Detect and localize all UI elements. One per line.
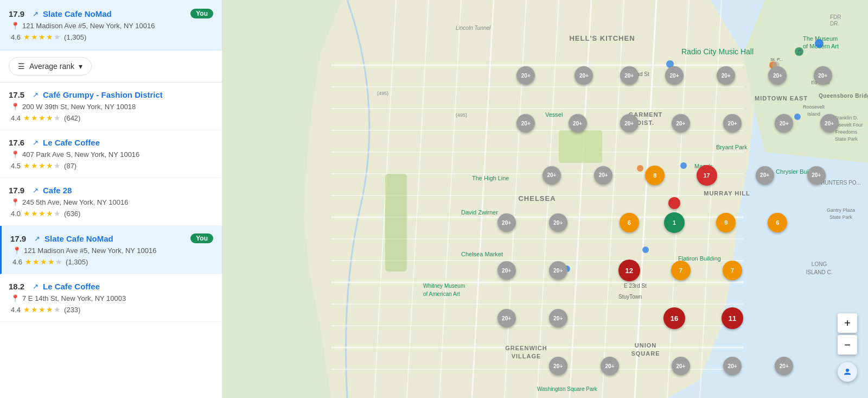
place-name[interactable]: Le Cafe Coffee xyxy=(43,282,213,291)
top-card-name[interactable]: Slate Cafe NoMad xyxy=(43,9,186,18)
map-marker-red-dot[interactable] xyxy=(668,197,680,209)
map-marker[interactable]: 20+ xyxy=(575,66,593,85)
map-container[interactable]: Lincoln Tunnel (495) (495) HELL'S KITCHE… xyxy=(222,0,868,398)
list-item[interactable]: 17.6 ↗ Le Cafe Coffee 📍 407 Park Ave S, … xyxy=(0,130,222,178)
map-marker-orange[interactable]: 9 xyxy=(716,213,736,232)
map-zoom-in[interactable]: + xyxy=(838,313,857,333)
map-marker[interactable]: 20+ xyxy=(723,357,742,375)
map-marker[interactable]: 20+ xyxy=(807,166,826,185)
map-marker-orange[interactable]: 6 xyxy=(620,213,639,232)
top-card-reviews: (1,305) xyxy=(64,33,86,41)
place-name[interactable]: Cafe 28 xyxy=(43,186,213,195)
list-item-highlighted[interactable]: 17.9 ↗ Slate Cafe NoMad You 📍 121 Madiso… xyxy=(0,226,222,274)
map-marker-orange[interactable]: 7 xyxy=(723,261,742,280)
address: 121 Madison Ave #5, New York, NY 10016 xyxy=(24,247,157,255)
map-marker[interactable]: 20+ xyxy=(516,66,535,85)
stars: ★★★★★ xyxy=(23,161,61,170)
map-marker[interactable]: 20+ xyxy=(775,357,793,375)
map-marker[interactable]: 20+ xyxy=(497,261,516,280)
svg-text:HUNTERS PO...: HUNTERS PO... xyxy=(821,180,861,186)
map-marker[interactable]: 20+ xyxy=(497,213,516,232)
map-marker[interactable]: 20+ xyxy=(542,166,561,185)
map-marker-red[interactable]: 17 xyxy=(697,165,717,186)
place-name[interactable]: Le Cafe Coffee xyxy=(43,138,213,147)
svg-text:StuyTown: StuyTown xyxy=(618,294,642,300)
top-card: 17.9 ↗ Slate Cafe NoMad You 📍 121 Madiso… xyxy=(0,0,222,50)
stars-filled: ★★★★★ xyxy=(23,33,61,41)
you-badge: You xyxy=(190,233,213,243)
map-marker[interactable]: 20+ xyxy=(620,66,639,85)
svg-text:Freedoms: Freedoms xyxy=(835,129,858,135)
map-marker-green[interactable]: 1 xyxy=(664,212,685,233)
map-marker[interactable]: 20+ xyxy=(620,114,639,132)
filter-bar: ☰ Average rank ▾ xyxy=(0,50,222,83)
reviews: (1,305) xyxy=(66,258,88,266)
map-marker[interactable]: 20+ xyxy=(569,114,587,132)
map-marker[interactable]: 20+ xyxy=(665,66,684,85)
map-street-view[interactable] xyxy=(838,362,857,382)
map-marker[interactable]: 20+ xyxy=(549,357,567,375)
reviews: (87) xyxy=(64,162,76,170)
svg-point-67 xyxy=(815,39,824,48)
external-link-icon[interactable]: ↗ xyxy=(34,235,40,243)
map-marker[interactable]: 20+ xyxy=(672,114,690,132)
svg-text:VILLAGE: VILLAGE xyxy=(512,353,541,359)
svg-text:Roosevelt: Roosevelt xyxy=(803,104,825,110)
svg-text:SQUARE: SQUARE xyxy=(631,350,660,357)
map-marker[interactable]: 20+ xyxy=(672,357,690,375)
map-marker[interactable]: 20+ xyxy=(549,309,567,327)
map-marker[interactable]: 20+ xyxy=(549,213,567,232)
external-link-icon[interactable]: ↗ xyxy=(33,138,39,147)
place-name[interactable]: Café Grumpy - Fashion District xyxy=(43,90,213,99)
svg-text:Radio City Music Hall: Radio City Music Hall xyxy=(681,47,754,56)
location-icon: 📍 xyxy=(11,103,20,111)
map-marker[interactable]: 20+ xyxy=(594,166,612,185)
location-icon: 📍 xyxy=(11,22,20,30)
svg-text:GREENWICH: GREENWICH xyxy=(505,345,547,351)
external-link-icon[interactable]: ↗ xyxy=(33,10,39,18)
map-marker[interactable]: 20+ xyxy=(516,114,535,132)
filter-label: Average rank xyxy=(29,62,74,71)
map-marker-orange[interactable]: 6 xyxy=(768,213,787,232)
svg-text:(495): (495) xyxy=(377,91,388,96)
rank: 17.9 xyxy=(10,234,30,243)
map-marker-orange[interactable]: 7 xyxy=(671,261,691,280)
map-marker[interactable]: 20+ xyxy=(723,114,742,132)
map-marker[interactable]: 20+ xyxy=(814,66,832,85)
external-link-icon[interactable]: ↗ xyxy=(33,91,39,99)
external-link-icon[interactable]: ↗ xyxy=(33,186,39,194)
map-marker[interactable]: 20+ xyxy=(775,114,793,132)
reviews: (636) xyxy=(64,210,80,218)
map-marker[interactable]: 20+ xyxy=(717,66,735,85)
map-marker[interactable]: 20+ xyxy=(768,66,787,85)
svg-text:State Park: State Park xyxy=(835,136,858,142)
map-marker-dark-red[interactable]: 12 xyxy=(618,260,640,281)
list-item[interactable]: 18.2 ↗ Le Cafe Coffee 📍 7 E 14th St, New… xyxy=(0,274,222,322)
rank: 17.5 xyxy=(9,90,28,99)
map-zoom-out[interactable]: − xyxy=(838,335,857,355)
map-marker-dark-red[interactable]: 11 xyxy=(722,307,743,329)
svg-text:State Park: State Park xyxy=(829,214,853,220)
map-marker[interactable]: 20+ xyxy=(601,357,619,375)
svg-rect-32 xyxy=(559,130,602,163)
reviews: (642) xyxy=(64,114,80,122)
map-marker[interactable]: 20+ xyxy=(820,114,839,132)
map-marker[interactable]: 20+ xyxy=(756,166,774,185)
svg-point-91 xyxy=(846,369,849,372)
map-marker[interactable]: 20+ xyxy=(549,261,567,280)
rating: 4.4 xyxy=(11,114,21,122)
map-marker-orange[interactable]: 8 xyxy=(645,166,665,185)
svg-point-71 xyxy=(637,165,643,172)
svg-text:CHELSEA: CHELSEA xyxy=(518,194,556,203)
svg-text:of American Art: of American Art xyxy=(423,291,460,297)
list-item[interactable]: 17.9 ↗ Cafe 28 📍 245 5th Ave, New York, … xyxy=(0,178,222,226)
filter-button[interactable]: ☰ Average rank ▾ xyxy=(9,57,92,75)
external-link-icon[interactable]: ↗ xyxy=(33,282,39,290)
map-marker[interactable]: 20+ xyxy=(497,309,516,327)
place-name[interactable]: Slate Cafe NoMad xyxy=(44,234,186,243)
map-marker-dark-red[interactable]: 16 xyxy=(663,307,685,329)
svg-text:Queensboro Bridge: Queensboro Bridge xyxy=(819,93,868,99)
address: 7 E 14th St, New York, NY 10003 xyxy=(22,294,126,302)
svg-text:LONG: LONG xyxy=(812,261,827,267)
list-item[interactable]: 17.5 ↗ Café Grumpy - Fashion District 📍 … xyxy=(0,83,222,130)
